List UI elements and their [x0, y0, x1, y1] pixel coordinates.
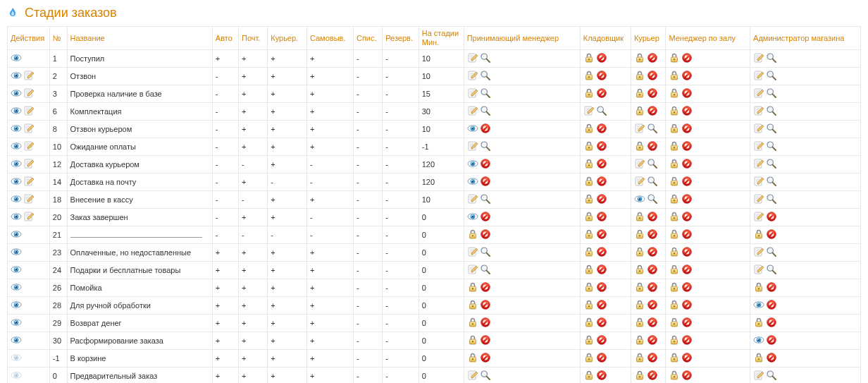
- lock-icon[interactable]: [669, 105, 680, 118]
- stop-icon[interactable]: [480, 334, 491, 347]
- stop-icon[interactable]: [681, 264, 693, 276]
- lock-icon[interactable]: [583, 229, 595, 241]
- col-name[interactable]: Название: [67, 27, 212, 50]
- stop-icon[interactable]: [681, 123, 693, 135]
- stop-icon[interactable]: [681, 317, 693, 329]
- stop-icon[interactable]: [647, 105, 658, 118]
- magnifier-icon[interactable]: [647, 176, 658, 188]
- magnifier-icon[interactable]: [766, 70, 777, 83]
- stop-icon[interactable]: [596, 140, 607, 153]
- pencil-icon[interactable]: [634, 176, 645, 188]
- pencil-icon[interactable]: [23, 211, 35, 224]
- magnifier-icon[interactable]: [480, 105, 491, 118]
- lock-icon[interactable]: [583, 52, 595, 65]
- eye-icon[interactable]: [11, 264, 22, 276]
- lock-icon[interactable]: [669, 87, 680, 100]
- stop-icon[interactable]: [647, 264, 658, 276]
- lock-icon[interactable]: [669, 281, 680, 294]
- stop-icon[interactable]: [681, 334, 693, 347]
- pencil-icon[interactable]: [753, 158, 764, 171]
- magnifier-icon[interactable]: [480, 246, 491, 259]
- stop-icon[interactable]: [681, 370, 693, 382]
- magnifier-icon[interactable]: [766, 246, 777, 259]
- magnifier-icon[interactable]: [766, 370, 777, 382]
- lock-icon[interactable]: [669, 193, 680, 206]
- stop-icon[interactable]: [596, 317, 607, 329]
- stop-icon[interactable]: [766, 211, 777, 224]
- stop-icon[interactable]: [766, 317, 777, 329]
- stop-icon[interactable]: [766, 299, 777, 312]
- pencil-icon[interactable]: [753, 140, 764, 153]
- eye-icon[interactable]: [753, 334, 764, 347]
- eye-icon[interactable]: [11, 52, 22, 65]
- lock-icon[interactable]: [669, 264, 680, 276]
- stop-icon[interactable]: [681, 140, 693, 153]
- pencil-icon[interactable]: [467, 246, 478, 259]
- magnifier-icon[interactable]: [647, 123, 658, 135]
- magnifier-icon[interactable]: [480, 140, 491, 153]
- eye-icon[interactable]: [753, 299, 764, 312]
- stop-icon[interactable]: [596, 70, 607, 83]
- eye-icon[interactable]: [467, 176, 478, 188]
- pencil-icon[interactable]: [23, 158, 35, 171]
- stop-icon[interactable]: [681, 52, 693, 65]
- stop-icon[interactable]: [681, 211, 693, 224]
- stop-icon[interactable]: [596, 370, 607, 382]
- pencil-icon[interactable]: [467, 52, 478, 65]
- pencil-icon[interactable]: [23, 105, 35, 118]
- stop-icon[interactable]: [480, 281, 491, 294]
- lock-icon[interactable]: [583, 370, 595, 382]
- stop-icon[interactable]: [596, 246, 607, 259]
- stop-icon[interactable]: [647, 370, 658, 382]
- stop-icon[interactable]: [681, 176, 693, 188]
- pencil-icon[interactable]: [634, 158, 645, 171]
- magnifier-icon[interactable]: [766, 140, 777, 153]
- eye-icon[interactable]: [11, 229, 22, 241]
- lock-icon[interactable]: [583, 193, 595, 206]
- lock-icon[interactable]: [669, 334, 680, 347]
- magnifier-icon[interactable]: [647, 193, 658, 206]
- eye-icon[interactable]: [11, 334, 22, 347]
- stop-icon[interactable]: [766, 334, 777, 347]
- eye-icon[interactable]: [11, 352, 22, 365]
- lock-icon[interactable]: [669, 211, 680, 224]
- lock-icon[interactable]: [634, 52, 645, 65]
- stop-icon[interactable]: [480, 176, 491, 188]
- stop-icon[interactable]: [647, 140, 658, 153]
- eye-icon[interactable]: [11, 193, 22, 206]
- col-post[interactable]: Почт.: [238, 27, 267, 50]
- pencil-icon[interactable]: [23, 176, 35, 188]
- magnifier-icon[interactable]: [766, 176, 777, 188]
- stop-icon[interactable]: [480, 352, 491, 365]
- stop-icon[interactable]: [647, 211, 658, 224]
- stop-icon[interactable]: [596, 176, 607, 188]
- lock-icon[interactable]: [583, 140, 595, 153]
- lock-icon[interactable]: [753, 317, 764, 329]
- pencil-icon[interactable]: [753, 70, 764, 83]
- pencil-icon[interactable]: [753, 264, 764, 276]
- col-auto[interactable]: Авто: [212, 27, 238, 50]
- magnifier-icon[interactable]: [596, 105, 607, 118]
- lock-icon[interactable]: [634, 317, 645, 329]
- stop-icon[interactable]: [596, 229, 607, 241]
- col-kur[interactable]: Курьер: [631, 27, 666, 50]
- lock-icon[interactable]: [467, 229, 478, 241]
- stop-icon[interactable]: [596, 87, 607, 100]
- stop-icon[interactable]: [596, 299, 607, 312]
- lock-icon[interactable]: [669, 70, 680, 83]
- stop-icon[interactable]: [681, 246, 693, 259]
- lock-icon[interactable]: [583, 317, 595, 329]
- stop-icon[interactable]: [480, 158, 491, 171]
- stop-icon[interactable]: [681, 87, 693, 100]
- magnifier-icon[interactable]: [766, 264, 777, 276]
- lock-icon[interactable]: [467, 352, 478, 365]
- magnifier-icon[interactable]: [480, 193, 491, 206]
- stop-icon[interactable]: [480, 317, 491, 329]
- lock-icon[interactable]: [669, 176, 680, 188]
- stop-icon[interactable]: [596, 123, 607, 135]
- eye-icon[interactable]: [11, 317, 22, 329]
- stop-icon[interactable]: [596, 264, 607, 276]
- lock-icon[interactable]: [634, 229, 645, 241]
- eye-icon[interactable]: [11, 105, 22, 118]
- pencil-icon[interactable]: [753, 211, 764, 224]
